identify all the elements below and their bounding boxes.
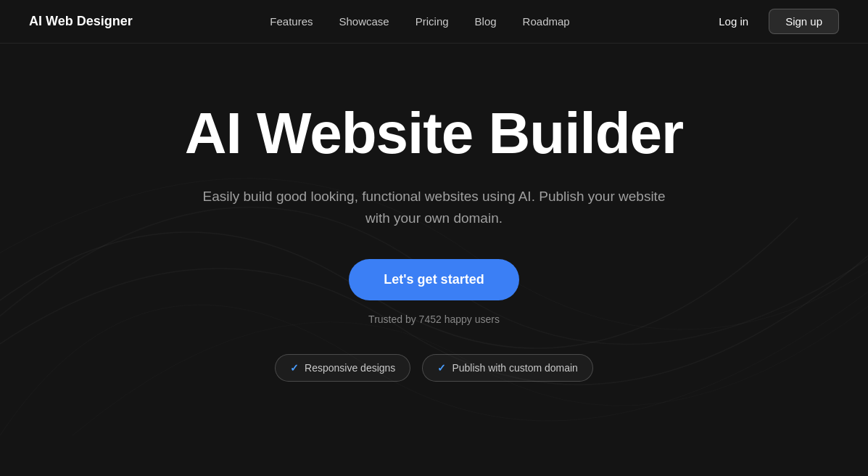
badge-custom-domain: ✓ Publish with custom domain [422,354,593,382]
brand-logo: AI Web Designer [29,14,133,29]
nav-item-features[interactable]: Features [270,15,313,28]
hero-subtitle: Easily build good looking, functional we… [195,186,674,230]
nav-item-pricing[interactable]: Pricing [416,15,449,28]
nav-item-blog[interactable]: Blog [475,15,497,28]
badge-custom-domain-label: Publish with custom domain [452,362,578,374]
hero-title: AI Website Builder [185,102,683,165]
nav-item-showcase[interactable]: Showcase [339,15,389,28]
trusted-text: Trusted by 7452 happy users [368,313,500,325]
hero-section: AI Website Builder Easily build good loo… [0,44,868,411]
nav-item-roadmap[interactable]: Roadmap [523,15,570,28]
cta-button[interactable]: Let's get started [349,259,518,300]
badge-responsive-label: Responsive designs [305,362,395,374]
navbar: AI Web Designer Features Showcase Pricin… [0,0,868,44]
badge-responsive: ✓ Responsive designs [275,354,410,382]
nav-links: Features Showcase Pricing Blog Roadmap [270,15,569,28]
login-button[interactable]: Log in [707,9,760,33]
nav-actions: Log in Sign up [707,9,839,34]
feature-badges: ✓ Responsive designs ✓ Publish with cust… [275,354,593,382]
checkmark-icon: ✓ [290,362,299,374]
signup-button[interactable]: Sign up [769,9,839,34]
checkmark-icon: ✓ [437,362,446,374]
